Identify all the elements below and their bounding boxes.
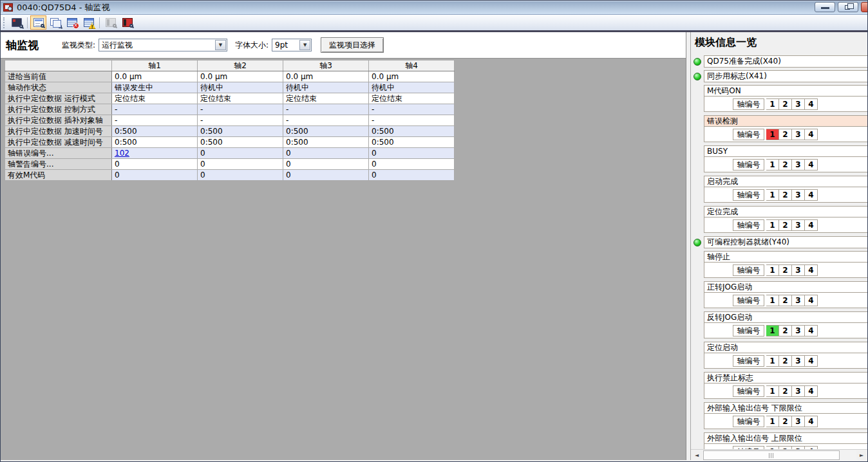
value-cell: 待机中 [369,82,455,93]
row-label: 轴警告编号... [5,159,112,170]
axis-flag-cell: 1 [766,98,779,110]
axis-flag-row: 轴编号1234 [704,157,867,172]
axis-flag-cell: 4 [805,129,818,140]
axis-flag-row: 轴编号1234 [704,263,867,277]
minimize-button[interactable] [815,2,835,12]
axis-flag-cell: 1 [766,219,779,231]
flag-section-label: 正转JOG启动 [704,282,867,293]
table-row: 轴错误编号...102000 [5,148,455,159]
error-list-button[interactable]: × [64,15,80,30]
axis-flag-cell: 1 [766,159,779,171]
flag-section-label: 定位完成 [704,207,867,217]
row-label: 执行中定位数据 减速时间号 [5,137,112,148]
axis-flag-cell: 2 [779,325,792,337]
warning-list-button[interactable]: ! [80,15,97,30]
table-header: 轴1轴2轴3轴4 [5,60,455,71]
toolbar-grip[interactable] [3,17,5,28]
axis-number-label: 轴编号 [733,159,764,171]
axis-number-label: 轴编号 [733,189,764,201]
module-monitor-stop-button[interactable] [119,15,135,30]
value-cell: 0:500 [198,137,283,148]
axis-number-label: 轴编号 [733,325,764,337]
axis-flag-row: 轴编号1234 [704,127,867,142]
module-info-panel: 模块信息一览 QD75准备完成(X40)同步用标志(X41)M代码ON轴编号12… [690,32,867,460]
app-icon [3,3,13,12]
monitor-view-button[interactable] [30,15,46,30]
monitor-type-select[interactable]: 运行监视 ▼ [99,39,227,51]
value-cell: 0.0 µm [369,71,455,82]
axis-flag-cell: 3 [792,219,805,231]
axis-flag-section: BUSY轴编号1234 [704,145,867,172]
axis-flag-cell: 1 [766,385,779,397]
horizontal-scrollbar[interactable]: ◄ ► [691,449,867,460]
monitor-view-icon [33,18,44,27]
module-signal-item: QD75准备完成(X40) [692,55,867,68]
warning-badge-icon: ! [89,23,96,29]
module-monitor-icon [106,18,116,27]
axis-flag-section: 反转JOG启动轴编号1234 [704,311,867,338]
module-monitor-button [102,15,118,30]
magnifier-icon [19,24,23,28]
axis-flag-cell: 1 [766,129,779,140]
value-cell: - [369,115,455,126]
flag-section-label: 反转JOG启动 [704,312,867,323]
axis-number-label: 轴编号 [733,355,764,367]
value-cell: 0:500 [283,126,369,137]
axis-flag-cell: 2 [779,129,792,140]
value-cell: 102 [112,148,198,159]
value-cell: 0 [283,159,369,170]
table-body: 进给当前值0.0 µm0.0 µm0.0 µm0.0 µm轴动作状态错误发生中待… [5,71,455,181]
value-cell: 0:500 [369,126,455,137]
scroll-left-icon[interactable]: ◄ [692,450,702,460]
value-cell: 0 [283,170,369,181]
axis-flag-cell: 1 [766,416,779,427]
axis-monitor-button[interactable] [8,15,24,30]
font-size-value: 9pt [275,41,288,50]
axis-flag-cell: 2 [779,98,792,110]
scroll-right-icon[interactable]: ► [856,450,867,460]
axis-number-label: 轴编号 [733,295,764,306]
select-monitor-items-button[interactable]: 监视项目选择 [321,37,384,53]
flag-section-label: 定位启动 [704,342,867,353]
titlebar[interactable]: 0040:QD75D4 - 轴监视 [1,1,867,15]
value-cell: 定位结束 [369,93,455,104]
value-cell: 0 [112,170,198,181]
axis-flag-section: 外部输入输出信号 下限限位轴编号1234 [704,402,867,429]
signal-label: 同步用标志(X41) [704,70,867,82]
minimize-icon [821,7,829,9]
font-size-select[interactable]: 9pt ▼ [272,39,312,51]
scrollbar-thumb[interactable] [703,450,840,460]
chevron-down-icon[interactable]: ▼ [299,40,310,50]
monitor-type-value: 运行监视 [102,40,133,51]
value-cell: 0.0 µm [198,71,283,82]
axis-column-header: 轴2 [198,60,283,71]
monitor-gray-area: 轴1轴2轴3轴4 进给当前值0.0 µm0.0 µm0.0 µm0.0 µm轴动… [1,58,686,460]
axis-flag-section: 执行禁止标志轴编号1234 [704,372,867,399]
row-label: 执行中定位数据 运行模式 [5,93,112,104]
axis-flag-section: 轴停止轴编号1234 [704,251,867,278]
value-cell: 0:500 [283,137,369,148]
close-button[interactable] [861,2,867,12]
toolbar: × ! [1,15,867,32]
axis-flag-section: M代码ON轴编号1234 [704,85,867,112]
header-row: 轴1轴2轴3轴4 [5,60,455,71]
axis-error-number-link[interactable]: 102 [115,149,129,158]
axis-flag-cell: 4 [805,98,818,110]
value-cell: 定位结束 [198,93,283,104]
axis-flag-row: 轴编号1234 [704,414,867,429]
toolbar-separator [99,17,100,28]
chevron-down-icon[interactable]: ▼ [215,40,226,50]
value-cell: - [198,115,283,126]
error-badge-icon: × [73,23,79,29]
page-title: 轴监视 [6,38,39,53]
controls-row: 轴监视 监视类型: 运行监视 ▼ 字体大小: 9pt ▼ 监视项目选择 [1,32,686,58]
magnifier-icon [58,24,62,28]
axis-flag-cell: 3 [792,189,805,201]
value-cell: 0 [198,170,283,181]
axis-flag-cell: 1 [766,264,779,276]
axis-flag-cell: 2 [779,159,792,171]
monitor-cascade-button[interactable] [47,15,63,30]
signal-label: 可编程控制器就绪(Y40) [704,236,867,248]
restore-button[interactable] [838,2,858,12]
table-row: 轴警告编号...0000 [5,159,455,170]
